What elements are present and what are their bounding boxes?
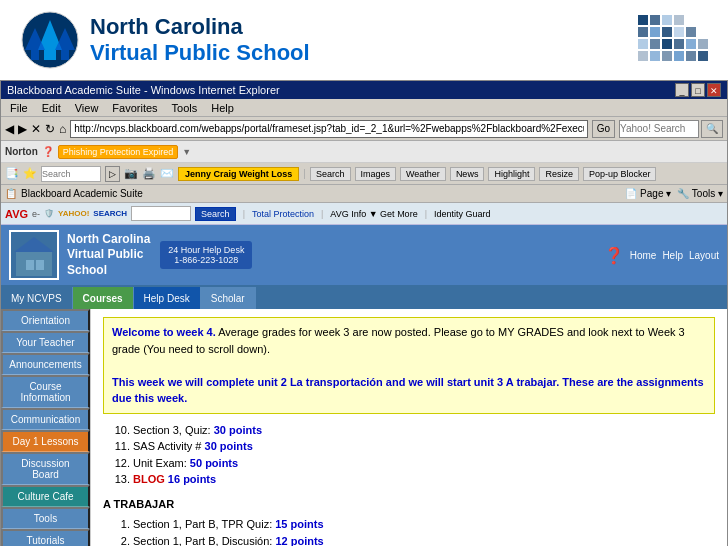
menu-tools[interactable]: Tools bbox=[169, 101, 201, 115]
svg-rect-12 bbox=[686, 27, 696, 37]
bb-school-name-line3: School bbox=[67, 263, 150, 279]
weather-btn[interactable]: Weather bbox=[400, 167, 446, 181]
browser-title: Blackboard Academic Suite - Windows Inte… bbox=[7, 84, 280, 96]
bb-tab-label[interactable]: Blackboard Academic Suite bbox=[21, 188, 143, 199]
svg-rect-20 bbox=[650, 51, 660, 61]
bb-sidebar: Orientation Your Teacher Announcements C… bbox=[1, 309, 91, 546]
go-button[interactable]: Go bbox=[592, 120, 615, 138]
school-name-line1: North Carolina bbox=[90, 14, 310, 40]
avg-search-input[interactable] bbox=[131, 206, 191, 221]
bb-school-logo-area: North Carolina Virtual Public School bbox=[9, 230, 150, 280]
avg-sep2: | bbox=[321, 209, 323, 219]
svg-rect-22 bbox=[674, 51, 684, 61]
svg-rect-19 bbox=[638, 51, 648, 61]
maximize-button[interactable]: □ bbox=[691, 83, 705, 97]
a-trabajar-1: Section 1, Part B, TPR Quiz: 15 points bbox=[133, 516, 715, 533]
menu-edit[interactable]: Edit bbox=[39, 101, 64, 115]
help-icon[interactable]: ❓ bbox=[604, 246, 624, 265]
svg-rect-21 bbox=[662, 51, 672, 61]
avg-icon: 🛡️ bbox=[44, 209, 54, 218]
toolbar2-icon1: 📑 bbox=[5, 167, 19, 180]
assignment-10: Section 3, Quiz: 30 points bbox=[133, 422, 715, 439]
minimize-button[interactable]: _ bbox=[675, 83, 689, 97]
sidebar-culture-cafe[interactable]: Culture Cafe bbox=[1, 485, 90, 507]
menu-favorites[interactable]: Favorites bbox=[109, 101, 160, 115]
a-trabajar-label: A TRABAJAR bbox=[103, 496, 715, 513]
svg-rect-23 bbox=[686, 51, 696, 61]
svg-rect-7 bbox=[674, 15, 684, 25]
tab-courses[interactable]: Courses bbox=[73, 287, 134, 309]
svg-rect-17 bbox=[686, 39, 696, 49]
assignments-due-list: Section 3, Quiz: 30 points SAS Activity … bbox=[133, 422, 715, 488]
toolbar2-go-btn[interactable]: ▷ bbox=[105, 166, 120, 182]
menu-help[interactable]: Help bbox=[208, 101, 237, 115]
url-input[interactable] bbox=[70, 120, 587, 138]
avg-search-button[interactable]: Search bbox=[195, 207, 236, 221]
sidebar-orientation[interactable]: Orientation bbox=[1, 309, 90, 331]
norton-spacer: ▼ bbox=[182, 147, 191, 157]
sidebar-your-teacher[interactable]: Your Teacher bbox=[1, 331, 90, 353]
school-name-line2: Virtual Public School bbox=[90, 40, 310, 66]
svg-rect-13 bbox=[638, 39, 648, 49]
ncvps-header: North Carolina Virtual Public School bbox=[0, 0, 728, 80]
stop-icon[interactable]: ✕ bbox=[31, 122, 41, 136]
tools-menu[interactable]: 🔧 Tools ▾ bbox=[677, 188, 723, 199]
forward-icon[interactable]: ▶ bbox=[18, 122, 27, 136]
sidebar-tools[interactable]: Tools bbox=[1, 507, 90, 529]
browser-titlebar: Blackboard Academic Suite - Windows Inte… bbox=[1, 81, 727, 99]
close-button[interactable]: ✕ bbox=[707, 83, 721, 97]
popup-btn[interactable]: Pop-up Blocker bbox=[583, 167, 657, 181]
bb-header-buttons: ❓ Home Help Layout bbox=[604, 246, 719, 265]
tab-scholar[interactable]: Scholar bbox=[201, 287, 256, 309]
tab-my-ncvps[interactable]: My NCVPS bbox=[1, 287, 73, 309]
bb-school-name-line1: North Carolina bbox=[67, 232, 150, 248]
toolbar2-search-input[interactable] bbox=[41, 166, 101, 182]
svg-rect-28 bbox=[36, 260, 44, 270]
menu-file[interactable]: File bbox=[7, 101, 31, 115]
avg-search-label: SEARCH bbox=[93, 209, 127, 218]
total-protection-label: Total Protection bbox=[252, 209, 314, 219]
tab-helpdesk[interactable]: Help Desk bbox=[134, 287, 201, 309]
search-button[interactable]: 🔍 bbox=[701, 120, 723, 138]
week-text: This week we will complete unit 2 La tra… bbox=[112, 376, 704, 405]
resize-btn[interactable]: Resize bbox=[539, 167, 579, 181]
news-btn[interactable]: News bbox=[450, 167, 485, 181]
refresh-icon[interactable]: ↻ bbox=[45, 122, 55, 136]
a-trabajar-2: Section 1, Part B, Discusión: 12 points bbox=[133, 533, 715, 547]
norton-phishing-status[interactable]: Phishing Protection Expired bbox=[58, 145, 179, 159]
sidebar-discussion-board[interactable]: Discussion Board bbox=[1, 452, 90, 485]
welcome-bold: Welcome to week 4. bbox=[112, 326, 216, 338]
bb-layout-btn[interactable]: Layout bbox=[689, 250, 719, 261]
sidebar-communication[interactable]: Communication bbox=[1, 408, 90, 430]
sidebar-announcements[interactable]: Announcements bbox=[1, 353, 90, 375]
sidebar-day1-lessons[interactable]: Day 1 Lessons bbox=[1, 430, 90, 452]
jenny-craig-button[interactable]: Jenny Craig Weight Loss bbox=[178, 167, 299, 181]
yahoo-search-label: YAHOO! bbox=[58, 209, 89, 218]
norton-question-icon[interactable]: ❓ bbox=[42, 146, 54, 157]
page-menu[interactable]: 📄 Page ▾ bbox=[625, 188, 671, 199]
bb-home-btn[interactable]: Home bbox=[630, 250, 657, 261]
bb-help-btn[interactable]: Help bbox=[662, 250, 683, 261]
search-btn[interactable]: Search bbox=[310, 167, 351, 181]
sidebar-course-info[interactable]: Course Information bbox=[1, 375, 90, 408]
highlight-btn[interactable]: Highlight bbox=[488, 167, 535, 181]
search-box: 🔍 bbox=[619, 120, 723, 138]
svg-rect-18 bbox=[698, 39, 708, 49]
back-icon[interactable]: ◀ bbox=[5, 122, 14, 136]
search-input[interactable] bbox=[619, 120, 699, 138]
browser-window: Blackboard Academic Suite - Windows Inte… bbox=[0, 80, 728, 546]
bb-icon: 📋 bbox=[5, 188, 17, 199]
welcome-box: Welcome to week 4. Average grades for we… bbox=[103, 317, 715, 414]
sidebar-tutorials[interactable]: Tutorials bbox=[1, 529, 90, 546]
window-controls: _ □ ✕ bbox=[675, 83, 721, 97]
a-trabajar-list: Section 1, Part B, TPR Quiz: 15 points S… bbox=[133, 516, 715, 546]
identity-guard-label: Identity Guard bbox=[434, 209, 491, 219]
bb-helpdesk: 24 Hour Help Desk 1-866-223-1028 bbox=[160, 241, 252, 269]
norton-label: Norton bbox=[5, 146, 38, 157]
helpdesk-title: 24 Hour Help Desk bbox=[168, 245, 244, 255]
svg-rect-9 bbox=[650, 27, 660, 37]
menu-view[interactable]: View bbox=[72, 101, 102, 115]
avg-logo: AVG bbox=[5, 208, 28, 220]
images-btn[interactable]: Images bbox=[355, 167, 397, 181]
home-icon[interactable]: ⌂ bbox=[59, 122, 66, 136]
